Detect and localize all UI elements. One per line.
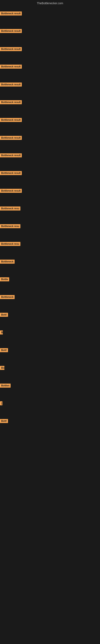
bottleneck-badge-7[interactable]: Bottleneck result <box>0 118 22 122</box>
bottleneck-badge-container-18: Bott! <box>0 313 8 318</box>
bottleneck-badge-6[interactable]: Bottleneck result <box>0 100 22 104</box>
bottleneck-badge-container-17: Bottleneck <box>0 295 15 300</box>
bottleneck-badge-4[interactable]: Bottleneck result <box>0 64 22 69</box>
bottleneck-badge-container-1: Bottleneck result <box>0 12 22 16</box>
bottleneck-badge-2[interactable]: Bottleneck result <box>0 29 22 33</box>
bottleneck-badge-container-12: Bottleneck resu <box>0 206 20 211</box>
bottleneck-badge-container-10: Bottleneck result <box>0 171 22 176</box>
bottleneck-badge-container-24: Bott! <box>0 419 8 424</box>
bottleneck-badge-13[interactable]: Bottleneck resu <box>0 224 20 228</box>
bottleneck-badge-container-6: Bottleneck result <box>0 100 22 105</box>
bottleneck-badge-container-13: Bottleneck resu <box>0 224 20 229</box>
bottleneck-badge-container-2: Bottleneck result <box>0 29 22 34</box>
bottleneck-badge-container-11: Bottleneck result <box>0 189 22 194</box>
bottleneck-badge-19[interactable]: B <box>0 330 3 334</box>
site-title: TheBottlenecker.com <box>0 0 100 6</box>
bottleneck-badge-container-19: B <box>0 330 3 335</box>
bottleneck-badge-14[interactable]: Bottleneck resu <box>0 242 20 246</box>
bottleneck-badge-container-20: Bott! <box>0 348 8 353</box>
bottleneck-badge-container-7: Bottleneck result <box>0 118 22 123</box>
bottleneck-badge-24[interactable]: Bott! <box>0 419 8 423</box>
bottleneck-badge-container-15: Bottleneck <box>0 260 15 264</box>
bottleneck-badge-container-23: | <box>0 401 2 406</box>
bottleneck-badge-20[interactable]: Bott! <box>0 348 8 352</box>
bottleneck-badge-11[interactable]: Bottleneck result <box>0 189 22 193</box>
bottleneck-badge-container-22: Bottlen <box>0 384 11 388</box>
bottleneck-badge-container-9: Bottleneck result <box>0 153 22 158</box>
bottleneck-badge-21[interactable]: Bo <box>0 366 4 370</box>
bottleneck-badge-12[interactable]: Bottleneck resu <box>0 206 20 210</box>
bottleneck-badge-23[interactable]: | <box>0 401 2 405</box>
bottleneck-badge-15[interactable]: Bottleneck <box>0 260 15 264</box>
bottleneck-badge-container-16: Bottle <box>0 277 9 282</box>
bottleneck-badge-container-21: Bo <box>0 366 4 371</box>
bottleneck-badge-16[interactable]: Bottle <box>0 277 9 281</box>
bottleneck-badge-1[interactable]: Bottleneck result <box>0 12 22 16</box>
bottleneck-badge-10[interactable]: Bottleneck result <box>0 171 22 175</box>
bottleneck-badge-8[interactable]: Bottleneck result <box>0 136 22 140</box>
bottleneck-badge-container-4: Bottleneck result <box>0 64 22 70</box>
bottleneck-badge-container-8: Bottleneck result <box>0 136 22 141</box>
bottleneck-badge-container-14: Bottleneck resu <box>0 242 20 247</box>
bottleneck-badge-container-5: Bottleneck result <box>0 82 22 87</box>
bottleneck-badge-18[interactable]: Bott! <box>0 313 8 317</box>
bottleneck-badge-17[interactable]: Bottleneck <box>0 295 15 299</box>
bottleneck-badge-3[interactable]: Bottleneck result <box>0 47 22 51</box>
bottleneck-badge-9[interactable]: Bottleneck result <box>0 153 22 158</box>
bottleneck-badge-5[interactable]: Bottleneck result <box>0 82 22 86</box>
bottleneck-badge-22[interactable]: Bottlen <box>0 384 11 388</box>
bottleneck-badge-container-3: Bottleneck result <box>0 47 22 52</box>
